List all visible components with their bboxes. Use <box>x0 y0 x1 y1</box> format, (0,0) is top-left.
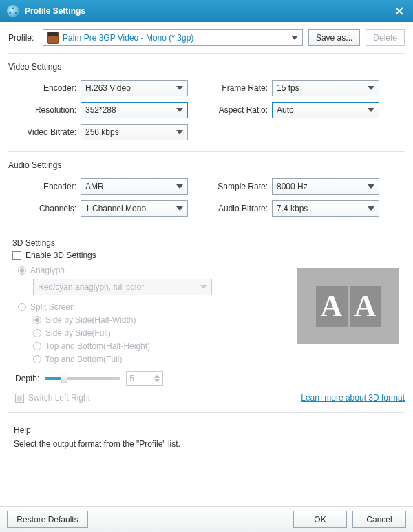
audio-encoder-select[interactable]: AMR <box>81 178 188 195</box>
close-icon <box>395 7 403 15</box>
footer: Restore Defaults OK Cancel <box>0 506 413 532</box>
slider-thumb[interactable] <box>61 374 67 383</box>
svg-point-0 <box>12 7 14 9</box>
help-group: Help Select the output format from the "… <box>8 425 405 449</box>
chevron-down-icon <box>176 206 183 211</box>
chevron-down-icon <box>200 285 207 289</box>
channels-select[interactable]: 1 Channel Mono <box>81 200 188 217</box>
profile-row: Profile: Palm Pre 3GP Video - Mono (*.3g… <box>8 29 405 46</box>
preview-letter-right: A <box>350 286 381 327</box>
aspect-ratio-select[interactable]: Auto <box>272 102 379 118</box>
chevron-down-icon <box>154 379 160 382</box>
frame-rate-select[interactable]: 15 fps <box>272 80 379 96</box>
chevron-down-icon <box>291 36 298 40</box>
profile-device-icon <box>47 32 59 44</box>
delete-button: Delete <box>366 29 405 46</box>
chevron-down-icon <box>368 184 374 189</box>
sample-rate-select[interactable]: 8000 Hz <box>272 178 379 195</box>
svg-point-1 <box>9 12 11 14</box>
sbs-half-radio <box>33 316 41 324</box>
app-logo-icon <box>7 5 19 17</box>
3d-settings-title: 3D Settings <box>12 238 405 248</box>
video-encoder-select[interactable]: H.263 Video <box>81 80 188 96</box>
depth-slider[interactable] <box>45 377 120 380</box>
tab-half-radio <box>33 342 41 350</box>
chevron-down-icon <box>176 86 183 90</box>
video-encoder-label: Encoder: <box>8 83 81 93</box>
svg-point-2 <box>15 12 17 14</box>
depth-label: Depth: <box>15 374 39 383</box>
window-title: Profile Settings <box>25 6 85 16</box>
enable-3d-label: Enable 3D Settings <box>25 251 96 260</box>
audio-bitrate-label: Audio Bitrate: <box>206 204 272 213</box>
titlebar: Profile Settings <box>0 0 413 22</box>
chevron-down-icon <box>368 86 374 90</box>
depth-value: 5 <box>129 374 134 383</box>
anaglyph-label: Anaglyph <box>30 266 65 275</box>
3d-preview: A A <box>297 268 399 344</box>
content-area: Profile: Palm Pre 3GP Video - Mono (*.3g… <box>0 22 413 506</box>
sbs-full-label: Side by Side(Full) <box>45 328 111 338</box>
audio-settings-title: Audio Settings <box>8 160 405 170</box>
anaglyph-mode-select: Red/cyan anaglyph, full color <box>33 279 212 295</box>
enable-3d-checkbox[interactable] <box>12 251 21 260</box>
tab-full-radio <box>33 355 41 363</box>
split-screen-radio <box>18 303 26 311</box>
switch-lr-checkbox <box>15 394 24 403</box>
profile-label: Profile: <box>8 33 43 43</box>
help-title: Help <box>14 425 405 435</box>
3d-settings-group: 3D Settings Enable 3D Settings A A Anagl… <box>8 238 405 403</box>
profile-value: Palm Pre 3GP Video - Mono (*.3gp) <box>63 33 193 43</box>
video-bitrate-label: Video Bitrate: <box>8 127 81 137</box>
help-text: Select the output format from the "Profi… <box>14 439 405 449</box>
sample-rate-label: Sample Rate: <box>206 182 272 191</box>
audio-encoder-label: Encoder: <box>8 182 81 191</box>
video-bitrate-select[interactable]: 256 kbps <box>81 124 188 140</box>
chevron-up-icon <box>154 375 160 378</box>
close-button[interactable] <box>392 4 406 18</box>
ok-button[interactable]: OK <box>293 511 347 528</box>
tab-full-label: Top and Bottom(Full) <box>45 354 122 364</box>
sbs-full-radio <box>33 329 41 337</box>
resolution-label: Resolution: <box>8 105 81 115</box>
chevron-down-icon <box>176 184 183 189</box>
resolution-select[interactable]: 352*288 <box>81 102 188 118</box>
aspect-ratio-label: Aspect Ratio: <box>206 105 272 115</box>
tab-half-label: Top and Bottom(Half-Height) <box>45 341 150 351</box>
depth-spinner: 5 <box>126 371 163 386</box>
profile-select[interactable]: Palm Pre 3GP Video - Mono (*.3gp) <box>43 29 303 46</box>
chevron-down-icon <box>368 108 374 112</box>
audio-settings-group: Audio Settings Encoder: AMR Sample Rate:… <box>8 160 405 221</box>
chevron-down-icon <box>176 108 183 112</box>
video-settings-group: Video Settings Encoder: H.263 Video Fram… <box>8 62 405 145</box>
switch-lr-label: Switch Left Right <box>28 393 90 403</box>
frame-rate-label: Frame Rate: <box>206 83 272 93</box>
save-as-button[interactable]: Save as... <box>308 29 360 46</box>
audio-bitrate-select[interactable]: 7.4 kbps <box>272 200 379 217</box>
cancel-button[interactable]: Cancel <box>352 511 406 528</box>
chevron-down-icon <box>176 130 183 134</box>
sbs-half-label: Side by Side(Half-Width) <box>45 315 136 325</box>
restore-defaults-button[interactable]: Restore Defaults <box>7 511 88 528</box>
channels-label: Channels: <box>8 204 81 213</box>
anaglyph-radio <box>18 266 26 275</box>
video-settings-title: Video Settings <box>8 62 405 72</box>
split-screen-label: Split Screen <box>30 302 75 312</box>
chevron-down-icon <box>368 206 374 211</box>
preview-letter-left: A <box>316 286 348 327</box>
learn-more-link[interactable]: Learn more about 3D format <box>301 393 405 403</box>
